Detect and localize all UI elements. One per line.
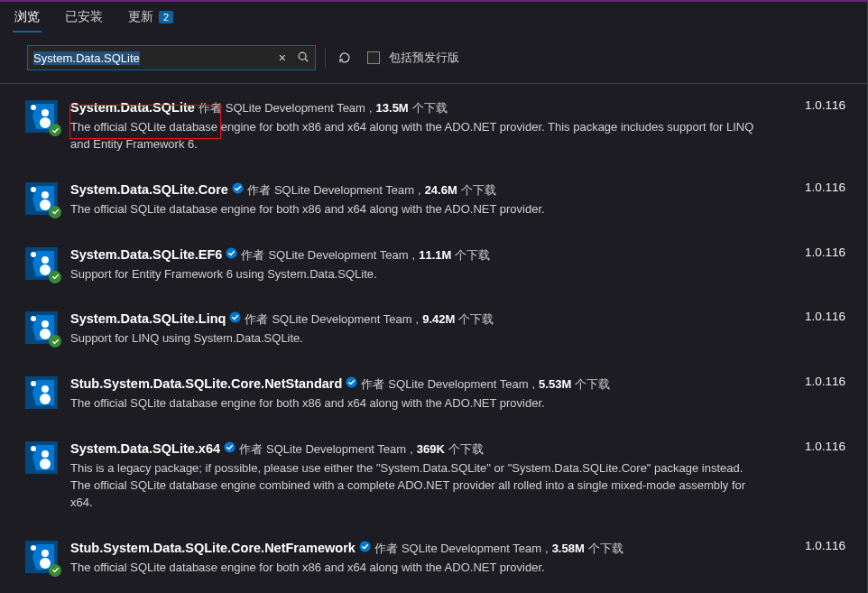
package-description: Support for Entity Framework 6 using Sys… (70, 266, 765, 283)
package-name: System.Data.SQLite.EF6 (70, 246, 222, 264)
package-name: System.Data.SQLite.x64 (70, 440, 220, 459)
package-name: System.Data.SQLite.Linq (70, 310, 226, 329)
svg-point-42 (359, 541, 370, 551)
divider (325, 48, 326, 68)
tab-updates-label: 更新 (128, 9, 153, 25)
installed-badge-icon (49, 271, 61, 283)
svg-line-1 (305, 59, 308, 61)
svg-point-24 (230, 312, 241, 323)
package-description: This is a legacy package; if possible, p… (70, 460, 765, 512)
svg-point-39 (42, 550, 49, 557)
package-header: System.Data.SQLite.Linq 作者 SQLite Develo… (70, 310, 845, 329)
downloads-label: 个下载 (575, 376, 610, 394)
svg-point-17 (31, 252, 36, 257)
clear-search-button[interactable]: × (273, 51, 291, 65)
package-name: Stub.System.Data.SQLite.Core.NetFramewor… (70, 539, 356, 558)
package-icon (25, 541, 58, 573)
refresh-button[interactable] (335, 48, 355, 68)
package-body: Stub.System.Data.SQLite.Core.NetStandard… (70, 375, 845, 412)
package-version: 1.0.116 (805, 310, 845, 323)
downloads-label: 个下载 (588, 541, 623, 558)
package-description: Support for LINQ using System.Data.SQLit… (70, 330, 765, 347)
svg-point-12 (232, 182, 243, 193)
package-version: 1.0.116 (805, 375, 845, 388)
search-input[interactable] (28, 48, 273, 69)
package-item[interactable]: System.Data.SQLite.x64 作者 SQLite Develop… (25, 440, 845, 512)
package-header: System.Data.SQLite.EF6 作者 SQLite Develop… (70, 246, 845, 264)
verified-icon (232, 182, 244, 194)
package-downloads: 13.5M (376, 100, 409, 117)
svg-point-18 (226, 247, 237, 258)
package-author: SQLite Development Team (266, 441, 406, 459)
package-author: SQLite Development Team (272, 311, 411, 329)
installed-badge-icon (49, 564, 61, 577)
package-version: 1.0.116 (805, 246, 845, 259)
tab-browse[interactable]: 浏览 (13, 4, 42, 32)
package-icon (25, 100, 58, 133)
package-description: The official SQLite database engine for … (70, 395, 765, 412)
author-label: 作者 (247, 182, 271, 199)
tab-installed[interactable]: 已安装 (63, 4, 105, 32)
author-label: 作者 (245, 311, 268, 329)
search-box[interactable]: × (27, 45, 316, 70)
package-author: SQLite Development Team (274, 182, 414, 199)
package-downloads: 11.1M (419, 247, 451, 264)
package-item[interactable]: Stub.System.Data.SQLite.Core.NetStandard… (25, 375, 845, 412)
verified-icon (226, 247, 237, 259)
svg-point-0 (299, 52, 306, 60)
verified-icon (346, 376, 357, 388)
svg-point-41 (31, 545, 36, 551)
package-downloads: 9.42M (422, 311, 455, 329)
package-downloads: 5.53M (539, 376, 571, 394)
svg-point-33 (42, 450, 49, 458)
author-label: 作者 (361, 376, 384, 394)
package-body: System.Data.SQLite.x64 作者 SQLite Develop… (70, 440, 845, 512)
svg-point-11 (31, 187, 36, 192)
package-icon (25, 247, 58, 280)
author-label: 作者 (374, 541, 398, 558)
nuget-package-manager: 浏览 已安装 更新 2 × 包括预发行版 System.Data.SQ (0, 0, 868, 593)
svg-point-4 (42, 109, 49, 116)
downloads-label: 个下载 (461, 182, 496, 199)
package-icon (25, 376, 58, 409)
package-item[interactable]: System.Data.SQLite.Core 作者 SQLite Develo… (25, 181, 845, 218)
svg-point-6 (31, 105, 36, 110)
package-icon (25, 441, 58, 474)
svg-point-27 (42, 385, 49, 393)
package-author: SQLite Development Team (268, 247, 408, 264)
package-author: SQLite Development Team (402, 541, 541, 558)
package-body: Stub.System.Data.SQLite.Core.NetFramewor… (70, 539, 845, 577)
package-header: Stub.System.Data.SQLite.Core.NetStandard… (70, 375, 845, 394)
search-icon[interactable] (291, 51, 315, 66)
updates-count-badge: 2 (159, 11, 173, 23)
package-version: 1.0.116 (805, 181, 845, 194)
package-downloads: 3.58M (552, 541, 585, 558)
package-body: System.Data.SQLite.Linq 作者 SQLite Develo… (70, 310, 845, 347)
package-downloads: 369K (417, 441, 445, 459)
svg-point-9 (42, 191, 49, 199)
package-version: 1.0.116 (805, 539, 845, 552)
package-body: System.Data.SQLite.Core 作者 SQLite Develo… (70, 181, 845, 218)
package-name: Stub.System.Data.SQLite.Core.NetStandard (70, 375, 342, 394)
include-prerelease-checkbox[interactable] (367, 51, 380, 64)
package-item[interactable]: System.Data.SQLite 作者 SQLite Development… (25, 98, 845, 153)
author-label: 作者 (239, 441, 263, 459)
package-version: 1.0.116 (805, 440, 845, 453)
svg-point-15 (42, 256, 49, 264)
tab-updates[interactable]: 更新 2 (126, 4, 175, 32)
package-header: Stub.System.Data.SQLite.Core.NetFramewor… (70, 539, 845, 558)
installed-badge-icon (49, 206, 61, 218)
downloads-label: 个下载 (455, 247, 490, 264)
package-item[interactable]: Stub.System.Data.SQLite.Core.NetFramewor… (25, 539, 845, 577)
svg-point-30 (346, 377, 357, 388)
package-version: 1.0.116 (805, 98, 845, 112)
package-item[interactable]: System.Data.SQLite.EF6 作者 SQLite Develop… (25, 246, 845, 283)
package-downloads: 24.6M (425, 182, 457, 199)
results-list[interactable]: System.Data.SQLite 作者 SQLite Development… (0, 84, 867, 593)
package-description: The official SQLite database engine for … (70, 119, 765, 153)
package-author: SQLite Development Team (388, 376, 528, 394)
package-item[interactable]: System.Data.SQLite.Linq 作者 SQLite Develo… (25, 310, 845, 347)
package-author: SQLite Development Team (226, 100, 365, 117)
installed-badge-icon (49, 124, 61, 136)
svg-point-21 (42, 320, 49, 328)
